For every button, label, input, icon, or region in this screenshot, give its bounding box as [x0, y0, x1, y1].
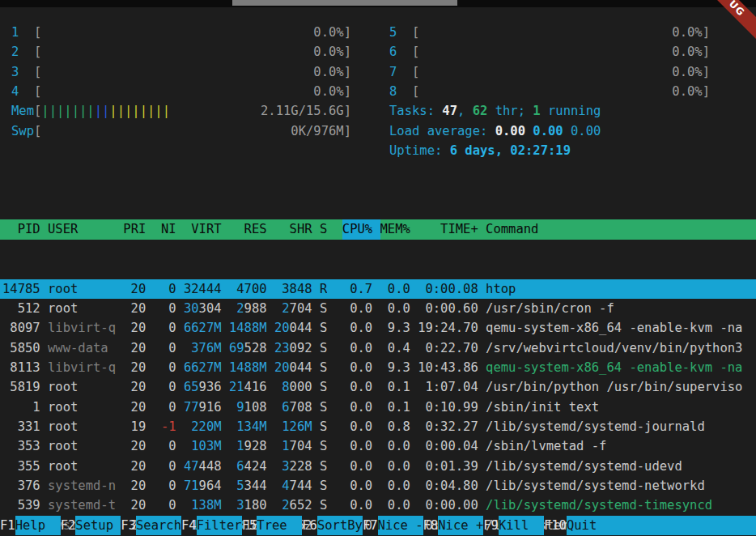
meter-label: Mem [11, 101, 34, 121]
window-top-strip [0, 0, 756, 7]
cell-cpu: 0.0 [342, 496, 372, 515]
cell-pri: 20 [123, 338, 146, 358]
meter-label: 7 [389, 62, 412, 82]
function-key[interactable]: F9Kill [483, 516, 544, 535]
cell-shr: 6708 [274, 398, 312, 417]
meter-open-bracket: [ [34, 23, 41, 42]
cell-cpu: 0.0 [342, 436, 372, 456]
cell-ni: 0 [154, 457, 176, 476]
cell-mem: 9.3 [380, 358, 410, 377]
cell-pid: 331 [2, 417, 40, 436]
column-header-res[interactable]: RES [229, 219, 267, 239]
cell-command: htop [486, 279, 756, 299]
meter-value: 0.0%] [313, 23, 351, 42]
process-row[interactable]: 376 systemd-n 20 0 71964 5344 4744 S 0.0… [0, 476, 756, 496]
process-row[interactable]: 1 root 20 0 77916 9108 6708 S 0.0 0.1 0:… [0, 398, 756, 417]
column-header-pri[interactable]: PRI [123, 219, 146, 239]
column-header-time[interactable]: TIME+ [418, 219, 478, 239]
cell-pid: 5850 [2, 338, 40, 358]
function-key[interactable]: F2Setup [61, 516, 121, 535]
process-row[interactable]: 5850 www-data 20 0 376M 69528 23092 S 0.… [0, 338, 756, 358]
process-row[interactable]: 512 root 20 0 30304 2988 2704 S 0.0 0.0 … [0, 299, 756, 318]
cell-user: root [48, 377, 116, 397]
cell-shr: 4744 [274, 476, 312, 496]
meter-open-bracket: [ [34, 101, 41, 121]
function-key-label: Nice - [378, 516, 423, 535]
column-header-ni[interactable]: NI [154, 219, 176, 239]
cell-mem: 0.0 [380, 496, 410, 515]
cell-mem: 0.0 [380, 436, 410, 456]
cell-user: root [48, 279, 116, 299]
cell-time: 0:22.70 [418, 338, 478, 358]
column-header-command[interactable]: Command [486, 219, 756, 239]
cell-state: S [320, 338, 327, 358]
function-key[interactable]: F10Quit [544, 516, 756, 535]
cell-virt: 77916 [184, 398, 222, 417]
cell-virt: 6627M [184, 318, 222, 338]
process-row[interactable]: 331 root 19 -1 220M 134M 126M S 0.0 0.8 … [0, 417, 756, 436]
meter-value: 0.0%] [672, 23, 710, 42]
meter-value: 2.11G/15.6G] [261, 101, 351, 121]
cell-cpu: 0.0 [342, 299, 372, 318]
cell-user: root [48, 417, 116, 436]
cell-user: root [48, 398, 116, 417]
cell-cpu: 0.0 [342, 318, 372, 338]
process-row[interactable]: 539 systemd-t 20 0 138M 3180 2652 S 0.0 … [0, 496, 756, 515]
process-row[interactable]: 355 root 20 0 47448 6424 3228 S 0.0 0.0 … [0, 457, 756, 476]
column-header-shr[interactable]: SHR [274, 219, 312, 239]
tasks-summary: Tasks: 47, 62 thr; 1 running [389, 101, 710, 121]
meter-line: 6[0.0%] [389, 42, 710, 62]
meter-value: 0.0%] [672, 62, 710, 82]
cell-state: S [320, 398, 327, 417]
cell-user: systemd-n [48, 476, 116, 496]
function-key[interactable]: F6SortBy [302, 516, 363, 535]
cell-time: 19:24.70 [418, 318, 478, 338]
process-row[interactable]: 8113 libvirt-q 20 0 6627M 1488M 20044 S … [0, 358, 756, 377]
function-key[interactable]: F4Filter [181, 516, 242, 535]
meter-line: 2[0.0%] [11, 42, 351, 62]
function-key[interactable]: F5Tree [242, 516, 303, 535]
cell-virt: 71964 [184, 476, 222, 496]
cell-virt: 376M [184, 338, 222, 358]
cell-state: S [320, 377, 327, 397]
meter-bar [41, 121, 291, 141]
function-key[interactable]: F7Nice - [363, 516, 423, 535]
cell-virt: 32444 [184, 279, 222, 299]
function-key[interactable]: F1Help [0, 516, 61, 535]
cell-state: S [320, 318, 327, 338]
column-header-cpu-sort[interactable]: CPU% [342, 219, 380, 239]
meter-bar [419, 82, 672, 101]
process-row[interactable]: 8097 libvirt-q 20 0 6627M 1488M 20044 S … [0, 318, 756, 338]
cell-time: 10:43.86 [418, 358, 478, 377]
column-header-pid[interactable]: PID [2, 219, 40, 239]
column-header-virt[interactable]: VIRT [184, 219, 222, 239]
meter-value: 0.0%] [313, 82, 351, 101]
cell-command: /lib/systemd/systemd-udevd [486, 457, 756, 476]
column-header-user[interactable]: USER [48, 219, 116, 239]
window-tab-remnant[interactable] [232, 0, 457, 6]
column-header-mem[interactable]: MEM% [380, 219, 410, 239]
function-key-label: SortBy [317, 516, 363, 535]
function-key-name: F3 [121, 516, 136, 535]
cell-res: 5344 [229, 476, 267, 496]
cell-user: libvirt-q [48, 318, 116, 338]
cell-res: 4700 [229, 279, 267, 299]
function-key[interactable]: F3Search [121, 516, 181, 535]
process-row[interactable]: 5819 root 20 0 65936 21416 8000 S 0.0 0.… [0, 377, 756, 397]
function-key[interactable]: F8Nice + [423, 516, 484, 535]
process-row[interactable]: 353 root 20 0 103M 1928 1704 S 0.0 0.0 0… [0, 436, 756, 456]
cell-pid: 8097 [2, 318, 40, 338]
meter-bar [419, 42, 672, 62]
column-header-state[interactable]: S [320, 219, 327, 239]
cell-time: 0:32.27 [418, 417, 478, 436]
process-row[interactable]: 14785 root 20 0 32444 4700 3848 R 0.7 0.… [0, 279, 756, 299]
meter-label: 6 [389, 42, 412, 62]
cell-shr: 20044 [274, 358, 312, 377]
cell-state: S [320, 496, 327, 515]
meter-bar [419, 62, 672, 82]
cell-cpu: 0.0 [342, 417, 372, 436]
meter-label: Swp [11, 121, 34, 141]
cell-res: 6424 [229, 457, 267, 476]
meter-label: 4 [11, 82, 34, 101]
process-rows: 14785 root 20 0 32444 4700 3848 R 0.7 0.… [0, 279, 756, 536]
